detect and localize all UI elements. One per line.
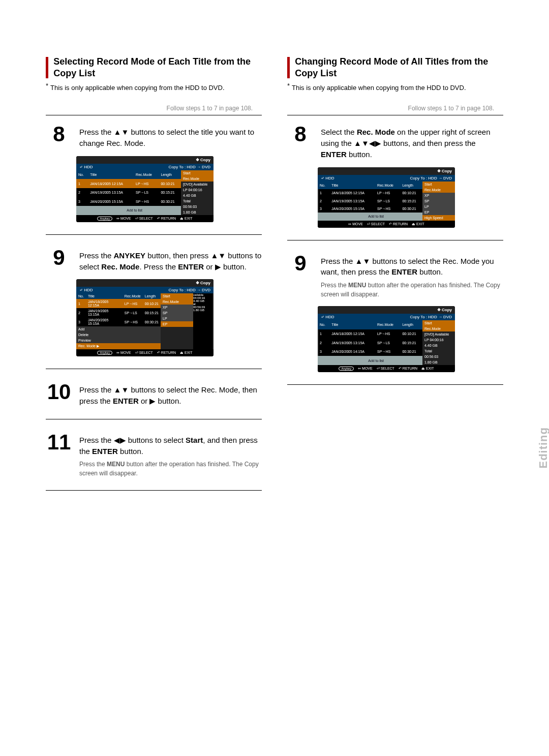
divider [46,419,262,419]
section-tab: Editing [537,427,549,469]
right-osd-2: ❖ Copy ⤶ HDDCopy To : HDD → DVD No.Title… [318,306,503,372]
updown-icon: ▲▼ [114,385,129,394]
asterisk-icon: * [287,82,290,89]
left-step-10: 10 Press the ▲▼ buttons to select the Re… [46,381,262,407]
left-column: Selecting Record Mode of Each Title from… [46,56,262,503]
left-osd-1: ❖ Copy ⤶ HDD Copy To : HDD → DVD No.Titl… [76,156,262,222]
divider [46,115,262,115]
divider [46,369,262,369]
step-number: 11 [46,432,72,453]
divider [287,240,503,240]
step-number: 8 [46,124,72,145]
left-heading: Selecting Record Mode of Each Title from… [53,56,262,80]
step-number: 9 [46,247,72,268]
left-step-11: 11 Press the ◀▶ buttons to select Start,… [46,432,262,478]
left-step-9: 9 Press the ANYKEY button, then press ▲▼… [46,247,262,273]
updown-icon: ▲▼ [355,257,371,265]
right-heading: Changing Record Mode of All Titles from … [295,56,503,80]
step-number: 10 [46,381,72,403]
osd-side-panel: Start Rec.Mode [DVD] Available LP 04:00:… [181,170,214,215]
right-follow: Follow steps 1 to 7 in page 108. [287,105,503,112]
right-note: *This is only applicable when copying fr… [287,83,503,93]
right-step-9: 9 Press the ▲▼ buttons to select the Rec… [287,253,503,299]
divider [287,384,503,385]
left-osd-2: ❖ Copy ⤶ HDDCopy To : HDD → DVD No.Title… [76,279,262,356]
red-bar-icon [46,57,48,78]
divider [46,490,262,491]
right-column: Changing Record Mode of All Titles from … [287,56,503,503]
left-note: *This is only applicable when copying fr… [46,83,262,93]
osd-table: No.TitleRec.ModeLength 1JAN/18/2005 12:1… [76,170,181,215]
left-follow: Follow steps 1 to 7 in page 108. [46,105,262,112]
osd-footer: Anykey ⇔ MOVE ⏎ SELECT ↶ RETURN ⏏ EXIT [76,215,214,222]
red-bar-icon [287,57,290,78]
divider [287,115,503,115]
updown-icon: ▲▼ [210,251,226,260]
right-osd-1: ❖ Copy ⤶ HDDCopy To : HDD → DVD No.Title… [318,167,503,228]
leftright-icon: ◀▶ [114,436,126,444]
divider [46,234,262,235]
right-step-8: 8 Select the Rec. Mode on the upper righ… [287,124,503,160]
osd-title: ❖ Copy [76,156,214,164]
step-number: 8 [287,124,314,145]
asterisk-icon: * [46,82,48,89]
left-step-8: 8 Press the ▲▼ buttons to select the tit… [46,124,262,149]
updown-icon: ▲▼ [114,128,129,136]
step-number: 9 [287,253,314,274]
udlr-icon: ▲▼◀▶ [354,139,381,147]
